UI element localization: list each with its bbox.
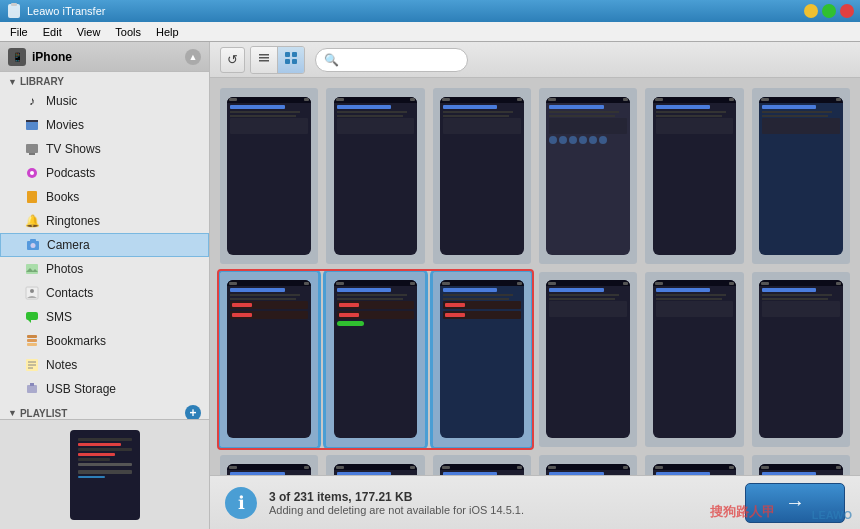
- svg-rect-25: [27, 385, 37, 393]
- svg-rect-29: [259, 60, 269, 62]
- playlist-section: ▼ PLAYLIST +: [0, 401, 209, 419]
- device-name: iPhone: [32, 50, 72, 64]
- library-toggle[interactable]: ▼: [8, 77, 17, 87]
- ringtones-icon: 🔔: [24, 213, 40, 229]
- menu-view[interactable]: View: [77, 26, 101, 38]
- photo-thumb[interactable]: [433, 88, 531, 264]
- refresh-button[interactable]: ↺: [220, 47, 245, 73]
- playlist-toggle[interactable]: ▼: [8, 408, 17, 418]
- podcasts-icon: [24, 165, 40, 181]
- svg-rect-8: [27, 191, 37, 203]
- app-icon: [6, 3, 22, 19]
- search-input[interactable]: [339, 54, 459, 66]
- sidebar-item-ringtones[interactable]: 🔔 Ringtones: [0, 209, 209, 233]
- grid-icon: [284, 51, 298, 68]
- library-label: LIBRARY: [20, 76, 64, 87]
- sidebar-item-contacts[interactable]: Contacts: [0, 281, 209, 305]
- preview-thumbnail: [70, 430, 140, 520]
- books-icon: [24, 189, 40, 205]
- svg-rect-19: [27, 339, 37, 342]
- photo-thumb[interactable]: [645, 272, 743, 448]
- photos-icon: [24, 261, 40, 277]
- photo-thumb[interactable]: [539, 272, 637, 448]
- photo-thumb[interactable]: [752, 455, 850, 475]
- sidebar-item-notes[interactable]: Notes: [0, 353, 209, 377]
- notes-icon: [24, 357, 40, 373]
- device-header[interactable]: 📱 iPhone ▲: [0, 42, 209, 72]
- menu-help[interactable]: Help: [156, 26, 179, 38]
- info-icon: ℹ: [238, 492, 245, 514]
- svg-rect-28: [259, 57, 269, 59]
- photo-thumb[interactable]: [752, 272, 850, 448]
- sidebar-item-usb-storage[interactable]: USB Storage: [0, 377, 209, 401]
- close-button[interactable]: [840, 4, 854, 18]
- scroll-up-arrow[interactable]: ▲: [185, 49, 201, 65]
- svg-rect-32: [285, 59, 290, 64]
- photo-thumb[interactable]: [220, 455, 318, 475]
- svg-point-7: [30, 171, 34, 175]
- photo-thumb[interactable]: [645, 88, 743, 264]
- arrow-right-icon: →: [785, 491, 805, 514]
- sidebar-preview: [0, 419, 209, 529]
- sidebar-item-camera[interactable]: Camera: [0, 233, 209, 257]
- photo-thumb[interactable]: [326, 88, 424, 264]
- notes-label: Notes: [46, 358, 77, 372]
- svg-rect-3: [26, 120, 38, 122]
- svg-rect-1: [11, 3, 17, 6]
- window-controls: [804, 4, 854, 18]
- photo-thumb[interactable]: [752, 88, 850, 264]
- menu-file[interactable]: File: [10, 26, 28, 38]
- view-toggle-group: [250, 46, 305, 74]
- svg-rect-18: [27, 335, 37, 338]
- sidebar-item-photos[interactable]: Photos: [0, 257, 209, 281]
- photo-thumb[interactable]: [326, 272, 424, 448]
- list-icon: [257, 51, 271, 68]
- action-button[interactable]: →: [745, 483, 845, 523]
- bookmarks-icon: [24, 333, 40, 349]
- refresh-icon: ↺: [227, 52, 238, 67]
- sidebar-item-podcasts[interactable]: Podcasts: [0, 161, 209, 185]
- svg-rect-4: [26, 144, 38, 153]
- sidebar-item-sms[interactable]: SMS: [0, 305, 209, 329]
- title-bar: Leawo iTransfer: [0, 0, 860, 22]
- sidebar-item-tv-shows[interactable]: TV Shows: [0, 137, 209, 161]
- photo-thumb[interactable]: [220, 272, 318, 448]
- contacts-label: Contacts: [46, 286, 93, 300]
- sidebar: 📱 iPhone ▲ ▼ LIBRARY ♪ Music Movies: [0, 42, 210, 529]
- sidebar-scroll[interactable]: ▼ LIBRARY ♪ Music Movies TV Shows: [0, 72, 209, 419]
- photo-thumb[interactable]: [433, 272, 531, 448]
- sidebar-item-music[interactable]: ♪ Music: [0, 89, 209, 113]
- menu-tools[interactable]: Tools: [115, 26, 141, 38]
- photo-thumb[interactable]: [326, 455, 424, 475]
- svg-rect-5: [29, 153, 35, 155]
- svg-rect-11: [30, 239, 36, 242]
- search-icon: 🔍: [324, 53, 339, 67]
- svg-rect-12: [26, 264, 38, 274]
- grid-view-button[interactable]: [278, 47, 304, 73]
- menu-edit[interactable]: Edit: [43, 26, 62, 38]
- content-area: ↺: [210, 42, 860, 529]
- sms-label: SMS: [46, 310, 72, 324]
- svg-rect-31: [292, 52, 297, 57]
- svg-rect-20: [27, 343, 37, 346]
- main-layout: 📱 iPhone ▲ ▼ LIBRARY ♪ Music Movies: [0, 42, 860, 529]
- maximize-button[interactable]: [822, 4, 836, 18]
- sidebar-item-books[interactable]: Books: [0, 185, 209, 209]
- photo-grid-inner: [220, 88, 850, 475]
- usb-label: USB Storage: [46, 382, 116, 396]
- books-label: Books: [46, 190, 79, 204]
- photo-thumb[interactable]: [539, 455, 637, 475]
- tv-shows-label: TV Shows: [46, 142, 101, 156]
- movies-label: Movies: [46, 118, 84, 132]
- sidebar-item-bookmarks[interactable]: Bookmarks: [0, 329, 209, 353]
- search-box[interactable]: 🔍: [315, 48, 468, 72]
- minimize-button[interactable]: [804, 4, 818, 18]
- sidebar-item-movies[interactable]: Movies: [0, 113, 209, 137]
- photo-thumb[interactable]: [645, 455, 743, 475]
- photo-thumb[interactable]: [539, 88, 637, 264]
- photo-thumb[interactable]: [433, 455, 531, 475]
- usb-icon: [24, 381, 40, 397]
- photo-thumb[interactable]: [220, 88, 318, 264]
- list-view-button[interactable]: [251, 47, 278, 73]
- playlist-add-button[interactable]: +: [185, 405, 201, 419]
